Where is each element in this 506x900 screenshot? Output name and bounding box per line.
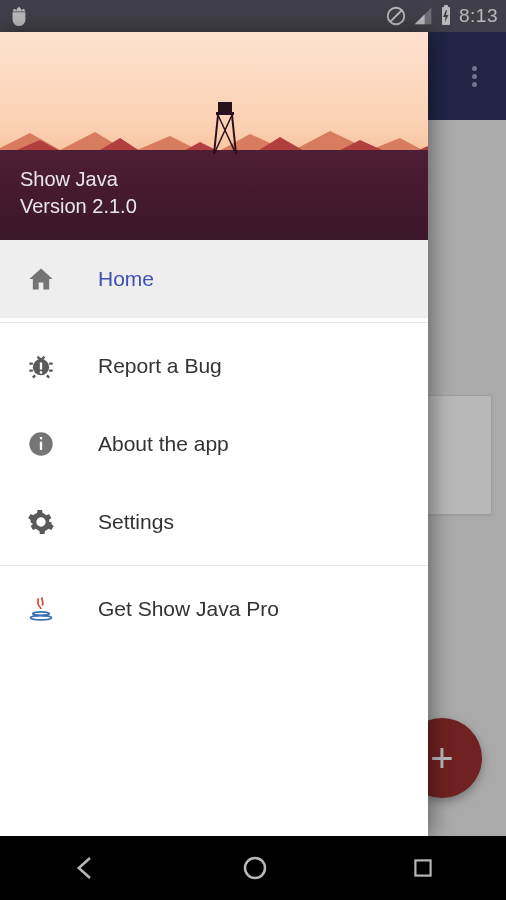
svg-rect-16 bbox=[40, 442, 42, 450]
drawer-item-about[interactable]: About the app bbox=[0, 405, 428, 483]
gear-icon bbox=[24, 505, 58, 539]
drawer-header: Show Java Version 2.1.0 bbox=[0, 32, 428, 240]
watchtower-icon bbox=[210, 102, 240, 154]
bug-icon bbox=[24, 349, 58, 383]
drawer-item-label: Home bbox=[98, 267, 154, 291]
svg-rect-17 bbox=[40, 437, 42, 439]
drawer-item-report-bug[interactable]: Report a Bug bbox=[0, 327, 428, 405]
home-icon bbox=[24, 262, 58, 296]
app-name: Show Java bbox=[20, 166, 137, 193]
svg-point-19 bbox=[31, 616, 52, 620]
drawer-item-home[interactable]: Home bbox=[0, 240, 428, 318]
drawer-item-label: Report a Bug bbox=[98, 354, 222, 378]
app-version: Version 2.1.0 bbox=[20, 193, 137, 220]
divider bbox=[0, 322, 428, 323]
drawer-item-label: Get Show Java Pro bbox=[98, 597, 279, 621]
svg-rect-14 bbox=[40, 371, 42, 373]
java-icon bbox=[24, 592, 58, 626]
screen: 8:13 + bbox=[0, 0, 506, 900]
drawer-title: Show Java Version 2.1.0 bbox=[20, 166, 137, 220]
drawer-item-label: Settings bbox=[98, 510, 174, 534]
drawer-item-settings[interactable]: Settings bbox=[0, 483, 428, 561]
drawer-list: Home Report a Bug About the app Sett bbox=[0, 240, 428, 648]
navigation-drawer: Show Java Version 2.1.0 Home Report a Bu… bbox=[0, 32, 428, 836]
divider bbox=[0, 565, 428, 566]
drawer-item-get-pro[interactable]: Get Show Java Pro bbox=[0, 570, 428, 648]
drawer-item-label: About the app bbox=[98, 432, 229, 456]
info-icon bbox=[24, 427, 58, 461]
svg-rect-13 bbox=[40, 363, 42, 370]
svg-rect-6 bbox=[218, 102, 232, 112]
svg-rect-7 bbox=[216, 112, 234, 115]
